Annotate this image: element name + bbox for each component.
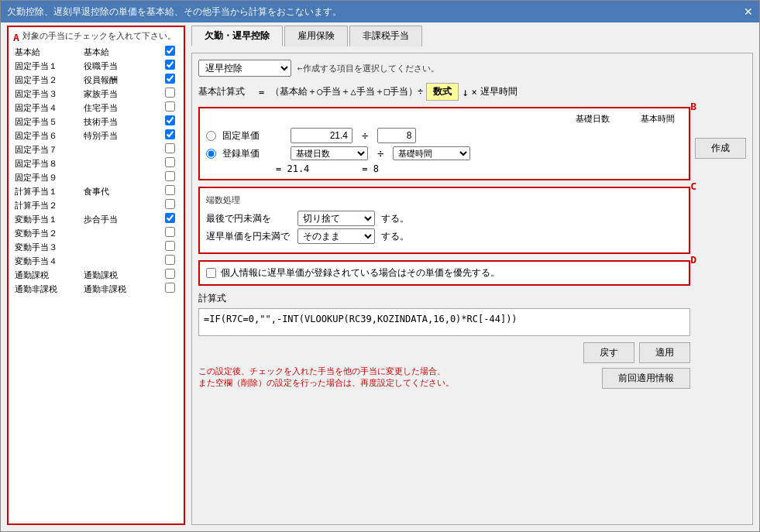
allowance-checkbox[interactable] — [165, 157, 175, 167]
allowance-table: 基本給基本給固定手当１役職手当固定手当２役員報酬固定手当３家族手当固定手当４住宅… — [12, 45, 181, 296]
allowance-checkbox[interactable] — [165, 227, 175, 237]
prev-info-button[interactable]: 前回適用情報 — [602, 368, 690, 389]
registered-denominator-select[interactable]: 基礎時間 — [393, 146, 470, 160]
allowance-col1: 変動手当３ — [12, 240, 81, 254]
section-b-header: 基礎日数 基本時間 — [206, 113, 683, 125]
allowance-checkbox-cell[interactable] — [160, 226, 181, 240]
priority-unit-price-label: 個人情報に遅早単価が登録されている場合はその単価を優先する。 — [221, 266, 500, 280]
rounding-row-1: 最後で円未満を 切り捨て 切り上げ 四捨五入 する。 — [206, 211, 683, 226]
tab-employment-insurance[interactable]: 雇用保険 — [284, 26, 348, 46]
allowance-checkbox-cell[interactable] — [160, 87, 181, 101]
allowance-col2: 役職手当 — [81, 59, 160, 73]
footer-row: この設定後、チェックを入れた手当を他の手当に変更した場合、 また空欄（削除）の設… — [198, 339, 690, 389]
allowance-checkbox[interactable] — [165, 101, 175, 112]
rounding-select-2[interactable]: そのまま 切り捨て 切り上げ 四捨五入 — [297, 228, 375, 244]
rounding-select-1[interactable]: 切り捨て 切り上げ 四捨五入 — [297, 211, 375, 226]
allowance-checkbox[interactable] — [165, 241, 175, 251]
fixed-price-row: 固定単価 ÷ — [206, 128, 683, 143]
allowance-col1: 通勤課税 — [12, 268, 81, 282]
table-row: 変動手当１歩合手当 — [12, 212, 181, 226]
allowance-checkbox[interactable] — [165, 185, 175, 195]
table-row: 固定手当３家族手当 — [12, 87, 181, 101]
allowance-col1: 固定手当２ — [12, 73, 81, 87]
allowance-checkbox-cell[interactable] — [160, 59, 181, 73]
fixed-value-input[interactable] — [291, 128, 352, 143]
table-row: 固定手当１役職手当 — [12, 59, 181, 73]
table-row: 変動手当２ — [12, 226, 181, 240]
allowance-col1: 計算手当１ — [12, 184, 81, 198]
table-row: 変動手当４ — [12, 254, 181, 268]
allowance-checkbox[interactable] — [165, 129, 175, 139]
table-row: 固定手当６特別手当 — [12, 129, 181, 142]
section-b-label: B — [690, 101, 696, 112]
section-b: B 基礎日数 基本時間 固定単価 ÷ — [198, 107, 690, 180]
rounding-label-2: 遅早単価を円未満で — [206, 230, 291, 243]
tab-content: 遅早控除 欠勤控除 ←作成する項目を選択してください。 基本計算式 = （基本給… — [191, 53, 753, 525]
allowance-checkbox[interactable] — [165, 74, 175, 84]
allowance-checkbox-cell[interactable] — [160, 170, 181, 184]
rounding-label-1: 最後で円未満を — [206, 212, 291, 225]
registered-price-radio[interactable] — [206, 149, 216, 159]
right-panel-inner: B 基礎日数 基本時間 固定単価 ÷ — [198, 107, 690, 389]
allowance-checkbox-cell[interactable] — [160, 268, 181, 282]
bottom-note: この設定後、チェックを入れた手当を他の手当に変更した場合、 また空欄（削除）の設… — [198, 366, 454, 389]
allowance-checkbox-cell[interactable] — [160, 142, 181, 156]
fixed-denominator-input[interactable] — [377, 128, 416, 143]
apply-button[interactable]: 適用 — [639, 342, 690, 363]
allowance-col1: 変動手当２ — [12, 226, 81, 240]
allowance-checkbox[interactable] — [165, 88, 175, 98]
allowance-checkbox[interactable] — [165, 115, 175, 125]
allowance-col2 — [81, 198, 160, 212]
fixed-price-label: 固定単価 — [222, 129, 284, 142]
allowance-checkbox-cell[interactable] — [160, 254, 181, 268]
rounding-row-2: 遅早単価を円未満で そのまま 切り捨て 切り上げ 四捨五入 する。 — [206, 228, 683, 244]
registered-numerator-select[interactable]: 基礎日数 — [291, 146, 368, 160]
right-panel: 欠勤・遅早控除 雇用保険 非課税手当 遅早控除 欠勤控除 ←作成する項目を選択し… — [191, 26, 753, 525]
fixed-price-radio[interactable] — [206, 131, 216, 141]
allowance-checkbox[interactable] — [165, 255, 175, 265]
allowance-checkbox-cell[interactable] — [160, 198, 181, 212]
allowance-checkbox[interactable] — [165, 143, 175, 153]
close-button[interactable]: ✕ — [744, 5, 753, 18]
allowance-checkbox-cell[interactable] — [160, 184, 181, 198]
allowance-col2: 特別手当 — [81, 129, 160, 142]
result-right: = 8 — [362, 163, 379, 174]
allowance-col1: 基本給 — [12, 45, 81, 59]
allowance-checkbox[interactable] — [165, 46, 175, 56]
allowance-col2: 住宅手当 — [81, 101, 160, 115]
tab-bar: 欠勤・遅早控除 雇用保険 非課税手当 — [191, 26, 753, 46]
allowance-checkbox[interactable] — [165, 199, 175, 209]
allowance-checkbox-cell[interactable] — [160, 45, 181, 59]
main-dialog: 欠勤控除、遅刻早退控除の単価を基本給、その他手当から計算をおこないます。 ✕ A… — [0, 0, 760, 532]
tab-nontax-allowance[interactable]: 非課税手当 — [349, 26, 422, 46]
allowance-checkbox[interactable] — [165, 213, 175, 223]
allowance-checkbox-cell[interactable] — [160, 129, 181, 142]
allowance-checkbox-cell[interactable] — [160, 115, 181, 129]
allowance-checkbox[interactable] — [165, 60, 175, 70]
allowance-checkbox-cell[interactable] — [160, 73, 181, 87]
section-d-label: D — [690, 254, 696, 266]
registered-price-label: 登録単価 — [222, 147, 284, 160]
allowance-checkbox-cell[interactable] — [160, 212, 181, 226]
allowance-col1: 変動手当１ — [12, 212, 81, 226]
create-button[interactable]: 作成 — [695, 138, 746, 159]
allowance-checkbox-cell[interactable] — [160, 101, 181, 115]
allowance-checkbox[interactable] — [165, 171, 175, 181]
allowance-col2 — [81, 226, 160, 240]
allowance-col2 — [81, 142, 160, 156]
section-d: D 個人情報に遅早単価が登録されている場合はその単価を優先する。 — [198, 260, 690, 286]
back-button[interactable]: 戻す — [583, 342, 634, 363]
allowance-checkbox[interactable] — [165, 283, 175, 293]
allowance-checkbox-cell[interactable] — [160, 156, 181, 170]
priority-unit-price-checkbox[interactable] — [206, 268, 216, 278]
allowance-checkbox[interactable] — [165, 269, 175, 279]
allowance-col2: 食事代 — [81, 184, 160, 198]
tab-absence-deduction[interactable]: 欠勤・遅早控除 — [191, 26, 283, 46]
allowance-checkbox-cell[interactable] — [160, 282, 181, 296]
allowance-checkbox-cell[interactable] — [160, 240, 181, 254]
formula-row: 基本計算式 = （基本給＋○手当＋△手当＋□手当）÷ 数式 ↓ × 遅早時間 — [198, 83, 746, 101]
item-select[interactable]: 遅早控除 欠勤控除 — [198, 60, 291, 77]
section-c: C 端数処理 最後で円未満を 切り捨て 切り上げ 四捨五入 する。 — [198, 187, 690, 254]
allowance-col2: 通勤課税 — [81, 268, 160, 282]
allowance-col1: 固定手当３ — [12, 87, 81, 101]
